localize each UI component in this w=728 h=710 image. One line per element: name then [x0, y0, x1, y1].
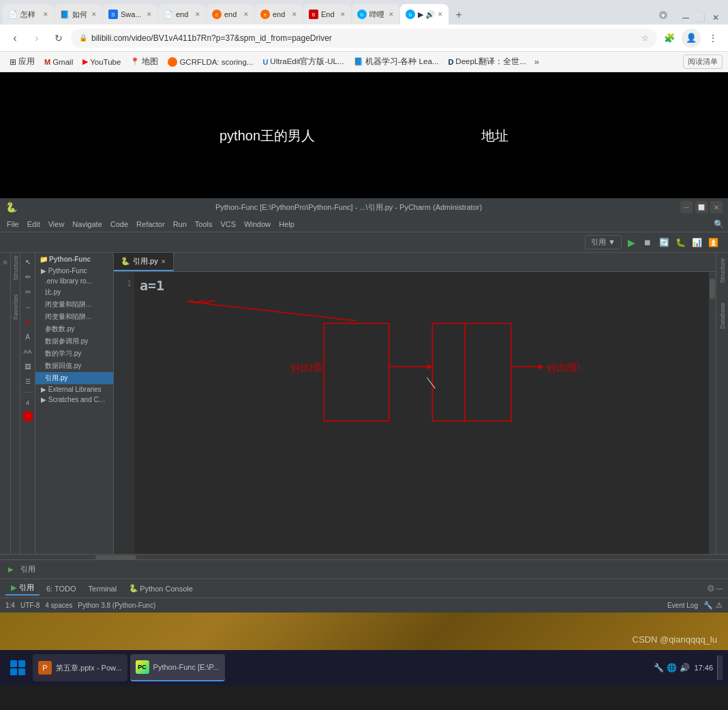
run-tab-label[interactable]: 引用 — [20, 564, 35, 574]
file-item-return[interactable]: 数据回值.py — [35, 360, 113, 372]
run-left-btn[interactable]: ▶ — [5, 564, 16, 575]
show-desktop-button[interactable] — [717, 655, 723, 680]
status-event-log[interactable]: Event Log — [667, 602, 698, 609]
left-strip-icon1[interactable]: ⚙ — [1, 258, 10, 267]
editor-tab-引用[interactable]: 🐍 引用.py ✕ — [114, 253, 174, 271]
left-icon-pencil[interactable]: ✏ — [22, 271, 34, 283]
tab-5-close[interactable]: ✕ — [243, 11, 249, 18]
bookmark-gmail[interactable]: M Gmail — [40, 55, 77, 70]
close-button[interactable]: ✕ — [709, 11, 723, 25]
file-item-quote[interactable]: 引用.py — [35, 372, 113, 384]
file-item-1[interactable]: ▶ Python-Func — [35, 266, 113, 276]
taskbar-item-pycharm[interactable]: PC Python-Func [E:\P... — [130, 654, 225, 681]
bottom-tab-console[interactable]: 🐍 Python Console — [123, 583, 198, 594]
file-item-closure1[interactable]: 闭变量和陷阱... — [35, 298, 113, 311]
bottom-tab-todo[interactable]: 6: TODO — [41, 583, 82, 594]
bottom-tab-terminal[interactable]: Terminal — [83, 583, 123, 594]
profile-button[interactable]: 👤 — [682, 29, 701, 48]
refresh-button[interactable]: ↻ — [49, 29, 68, 48]
menu-window[interactable]: Window — [240, 219, 275, 230]
tray-icon-settings[interactable]: 🔧 — [654, 663, 664, 673]
file-item-learn[interactable]: 数的学习.py — [35, 348, 113, 360]
menu-help[interactable]: Help — [275, 219, 299, 230]
toolbar-run-button[interactable]: ▶ — [624, 236, 638, 249]
scrollbar-thumb[interactable] — [710, 279, 715, 299]
menu-edit[interactable]: Edit — [23, 219, 44, 230]
toolbar-icon3[interactable]: 📊 — [690, 236, 703, 249]
bookmark-gcrflda[interactable]: GCRFLDA: scoring... — [164, 55, 257, 70]
tab-8[interactable]: b 哔哩 ✕ — [352, 4, 399, 25]
extensions-button[interactable]: 🧩 — [660, 29, 679, 48]
menu-refactor[interactable]: Refactor — [132, 219, 169, 230]
database-right-tab[interactable]: Database — [719, 303, 726, 329]
toolbar-icon4[interactable]: ⏫ — [706, 236, 720, 249]
left-icon-img[interactable]: 🖼 — [22, 360, 34, 373]
favorites-tab[interactable]: Favorites — [12, 294, 19, 320]
reading-list-button[interactable]: 阅读清单 — [683, 55, 723, 69]
ide-maximize-button[interactable]: ⬜ — [695, 201, 708, 213]
structure-tab[interactable]: Structure — [12, 256, 19, 281]
tab-3[interactable]: S Swa... ✕ — [103, 4, 157, 25]
file-item-call[interactable]: 数据参调用.py — [35, 335, 113, 348]
menu-vcs[interactable]: VCS — [217, 219, 241, 230]
file-item-scratches[interactable]: ▶ Scratches and Co... — [35, 395, 113, 405]
tab-6[interactable]: e end ✕ — [255, 4, 303, 25]
tab-9-close[interactable]: ✕ — [438, 11, 443, 18]
left-icon-arrow[interactable]: → — [22, 300, 34, 313]
tab-5[interactable]: e end ✕ — [207, 4, 254, 25]
editor-tab-close-icon[interactable]: ✕ — [161, 258, 166, 265]
toolbar-icon2[interactable]: 🐛 — [673, 236, 687, 249]
bookmark-star-icon[interactable]: ☆ — [641, 33, 649, 43]
bottom-minimize-icon[interactable]: ─ — [716, 583, 723, 593]
tab-1[interactable]: 📄 怎样 ✕ — [3, 4, 54, 25]
more-bookmarks[interactable]: » — [532, 57, 542, 67]
menu-tools[interactable]: Tools — [191, 219, 217, 230]
minimize-button[interactable]: ─ — [679, 11, 693, 25]
tab-6-close[interactable]: ✕ — [292, 11, 297, 18]
tab-1-close[interactable]: ✕ — [43, 11, 48, 18]
new-tab-button[interactable]: + — [449, 5, 468, 25]
bottom-tab-run[interactable]: ▶ 引用 — [5, 581, 40, 596]
bottom-settings-icon[interactable]: ⚙ — [707, 583, 715, 593]
tab-7-close[interactable]: ✕ — [340, 11, 346, 18]
structure-right-tab[interactable]: Structure — [719, 258, 726, 283]
tab-2-close[interactable]: ✕ — [91, 11, 97, 18]
toolbar-icon1[interactable]: 🔄 — [657, 236, 671, 249]
left-icon-shape[interactable]: ● — [22, 315, 34, 328]
back-button[interactable]: ‹ — [5, 29, 25, 48]
tab-4-close[interactable]: ✕ — [195, 11, 200, 18]
left-icon-pointer[interactable]: ↖ — [22, 256, 34, 268]
menu-button[interactable]: ⋮ — [703, 29, 723, 48]
ide-minimize-button[interactable]: ─ — [680, 201, 693, 213]
menu-view[interactable]: View — [44, 219, 69, 230]
forward-button[interactable]: › — [27, 29, 46, 48]
toolbar-stop-button[interactable]: ⏹ — [641, 236, 654, 249]
left-icon-list[interactable]: ☰ — [22, 375, 34, 388]
tab-3-close[interactable]: ✕ — [147, 11, 152, 18]
left-icon-move[interactable]: ✂ — [22, 285, 34, 298]
maximize-button[interactable]: ⬜ — [694, 11, 708, 25]
menu-navigate[interactable]: Navigate — [68, 219, 106, 230]
tab-2[interactable]: 📘 如何 ✕ — [55, 4, 102, 25]
bookmark-apps[interactable]: ⊞ 应用 — [5, 55, 39, 70]
file-item-closure2[interactable]: 闭变量和陷阱... — [35, 311, 113, 323]
menu-code[interactable]: Code — [106, 219, 132, 230]
tab-9-active[interactable]: b ▶ 🔊 ✕ — [400, 4, 449, 25]
bookmark-ml[interactable]: 📘 机器学习-各种 Lea... — [350, 55, 443, 70]
bookmark-youtube[interactable]: ▶ YouTube — [78, 55, 125, 70]
tab-4[interactable]: 📄 end ✕ — [158, 4, 206, 25]
taskbar-item-pptx[interactable]: P 第五章.pptx - Pow... — [33, 654, 127, 681]
left-icon-aa[interactable]: AA — [22, 345, 34, 358]
tray-icon-network[interactable]: 🌐 — [667, 663, 677, 673]
editor-scrollbar[interactable] — [709, 272, 716, 554]
file-item-env[interactable]: .env library ro... — [35, 276, 113, 286]
taskbar-clock[interactable]: 17:46 — [694, 664, 713, 672]
left-icon-color[interactable] — [23, 412, 33, 421]
toolbar-project-selector[interactable]: 引用 ▼ — [585, 235, 622, 249]
ide-hscrollbar[interactable] — [0, 554, 728, 559]
left-icon-num[interactable]: 4 — [22, 397, 34, 409]
ide-search-everywhere[interactable]: 🔍 — [712, 217, 725, 231]
tray-icon-volume[interactable]: 🔊 — [680, 663, 690, 673]
ide-close-button[interactable]: ✕ — [710, 201, 723, 213]
menu-file[interactable]: File — [3, 219, 23, 230]
